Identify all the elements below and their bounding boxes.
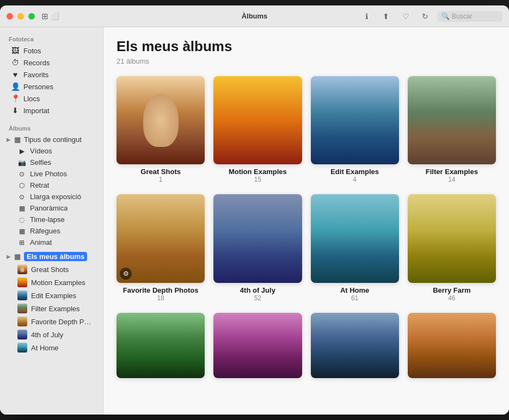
album-thumb-4th: [213, 194, 302, 282]
album-count-berry: 46: [448, 294, 455, 302]
sidebar: Fototeca 🖼 Fotos ⏱ Records ♥ Favorits 👤 …: [0, 27, 103, 415]
sidebar-item-4th-july[interactable]: 4th of July: [2, 328, 101, 341]
panorama-icon: ▦: [17, 205, 26, 212]
sidebar-item-panoramica[interactable]: ▦ Panoràmica: [2, 202, 101, 214]
sidebar-item-selfies[interactable]: 📷 Selfies: [2, 157, 101, 168]
chevron-icon: ▶: [7, 137, 11, 143]
photos-icon: 🖼: [11, 46, 20, 55]
album-card-athome[interactable]: At Home 61: [311, 194, 399, 301]
album-card-berry[interactable]: Berry Farm 46: [408, 194, 496, 301]
sidebar-filter-label: Filter Examples: [31, 305, 80, 313]
search-placeholder: Buscar: [452, 13, 472, 20]
album-card-edit[interactable]: Edit Examples 4: [311, 76, 399, 183]
window-controls-icon[interactable]: ⬜: [51, 12, 59, 20]
album-thumb-motion: [213, 76, 302, 164]
album-cover-athome: [311, 194, 399, 282]
album-thumb-berry: [408, 194, 496, 282]
content-type-icon: ▦: [13, 135, 22, 144]
album-cover-edit: [311, 76, 399, 164]
sidebar-at-home-label: At Home: [31, 344, 59, 352]
album-name-motion: Motion Examples: [229, 168, 287, 176]
my-albums-icon: ▦: [13, 252, 22, 261]
motion-thumbnail: [17, 277, 27, 287]
sidebar-item-persones[interactable]: 👤 Persones: [2, 81, 101, 92]
timelapse-icon: ◌: [17, 216, 26, 224]
long-exposure-icon: ⊙: [17, 193, 26, 201]
sidebar-item-records-label: Records: [23, 59, 50, 67]
album-card-great-shots[interactable]: Great Shots 1: [116, 76, 205, 183]
page-title: Els meus àlbums: [116, 38, 496, 55]
sidebar-item-importat[interactable]: ⬇ Importat: [2, 104, 101, 116]
great-shots-thumbnail: [17, 264, 27, 274]
favorite-button[interactable]: ♡: [398, 9, 413, 24]
album-card-filter[interactable]: Filter Examples 14: [408, 76, 496, 183]
sidebar-item-favorits[interactable]: ♥ Favorits: [2, 69, 101, 81]
album-count: 21 àlbums: [116, 57, 496, 65]
album-count-great-shots: 1: [159, 176, 163, 183]
album-name-4th: 4th of July: [240, 286, 275, 294]
sidebar-item-llarga[interactable]: ⊙ Llarga exposició: [2, 191, 101, 202]
sidebar-great-shots-label: Great Shots: [31, 265, 69, 274]
minimize-button[interactable]: [17, 13, 24, 20]
at-home-thumbnail: [17, 343, 27, 353]
sidebar-depth-label: Favorite Depth Pho…: [31, 318, 94, 326]
sidebar-item-persones-label: Persones: [23, 83, 53, 91]
sidebar-4th-label: 4th of July: [31, 331, 63, 339]
album-cover-row3c: [311, 313, 399, 378]
album-card-motion[interactable]: Motion Examples 15: [213, 76, 302, 183]
album-name-great-shots: Great Shots: [140, 168, 181, 176]
search-box[interactable]: 🔍 Buscar: [437, 11, 502, 22]
sidebar-item-records[interactable]: ⏱ Records: [2, 57, 101, 69]
album-card-4th[interactable]: 4th of July 52: [213, 194, 302, 301]
album-thumb-filter: [408, 76, 496, 164]
album-card-row3d[interactable]: [408, 313, 496, 381]
traffic-lights: [7, 13, 35, 20]
library-section-label: Fototeca: [0, 32, 103, 45]
album-count-motion: 15: [254, 176, 261, 183]
burst-icon: ▦: [17, 227, 26, 235]
my-albums-group[interactable]: ▶ ▦ Els meus àlbums: [2, 250, 101, 263]
share-button[interactable]: ⬆: [378, 9, 394, 24]
album-card-row3b[interactable]: [213, 313, 302, 381]
album-card-row3c[interactable]: [311, 313, 399, 381]
people-icon: 👤: [11, 82, 20, 91]
rotate-button[interactable]: ↻: [418, 9, 433, 24]
sidebar-item-rafegues-label: Ràfegues: [30, 227, 60, 235]
album-card-row3a[interactable]: [116, 313, 205, 381]
sidebar-item-livephotos[interactable]: ⊙ Live Photos: [2, 168, 101, 180]
sidebar-item-great-shots[interactable]: Great Shots: [2, 263, 101, 276]
sidebar-item-retrat[interactable]: ⬡ Retrat: [2, 180, 101, 191]
sidebar-item-videos-label: Vídeos: [30, 147, 52, 155]
sidebar-item-rafegues[interactable]: ▦ Ràfegues: [2, 225, 101, 237]
sidebar-item-fotos[interactable]: 🖼 Fotos: [2, 45, 101, 57]
sidebar-item-filter-examples[interactable]: Filter Examples: [2, 302, 101, 315]
sidebar-item-fotos-label: Fotos: [23, 47, 41, 55]
info-button[interactable]: ℹ: [359, 9, 374, 24]
sidebar-item-at-home[interactable]: At Home: [2, 341, 101, 354]
sidebar-item-llocs[interactable]: 📍 Llocs: [2, 92, 101, 104]
sidebar-item-videos[interactable]: ▶ Vídeos: [2, 145, 101, 157]
sidebar-item-retrat-label: Retrat: [30, 181, 49, 189]
portrait-icon: ⬡: [17, 182, 26, 189]
sidebar-motion-label: Motion Examples: [31, 279, 85, 287]
titlebar-controls: ℹ ⬆ ♡ ↻ 🔍 Buscar: [359, 9, 502, 24]
titlebar: ⊞ ⬜ Àlbums ℹ ⬆ ♡ ↻ 🔍 Buscar: [0, 5, 509, 27]
sidebar-item-favorite-depth[interactable]: Favorite Depth Pho…: [2, 315, 101, 328]
sidebar-item-edit-examples[interactable]: Edit Examples: [2, 289, 101, 302]
window-body: Fototeca 🖼 Fotos ⏱ Records ♥ Favorits 👤 …: [0, 27, 509, 415]
maximize-button[interactable]: [28, 13, 35, 20]
album-card-depth[interactable]: ⚙ Favorite Depth Photos 18: [116, 194, 205, 301]
memories-icon: ⏱: [11, 58, 20, 67]
sidebar-item-timelapse[interactable]: ◌ Time-lapse: [2, 214, 101, 225]
sidebar-item-animat[interactable]: ⊞ Animat: [2, 237, 101, 248]
album-cover-filter: [408, 76, 496, 164]
album-name-berry: Berry Farm: [433, 286, 470, 294]
sidebar-item-motion-examples[interactable]: Motion Examples: [2, 276, 101, 289]
content-type-group[interactable]: ▶ ▦ Tipus de contingut: [2, 134, 101, 145]
depth-thumbnail: [17, 317, 27, 326]
close-button[interactable]: [7, 13, 13, 20]
album-cover-row3d: [408, 313, 496, 378]
sidebar-toggle-icon[interactable]: ⊞: [41, 11, 48, 21]
album-thumb-row3a: [116, 313, 205, 378]
sidebar-item-timelapse-label: Time-lapse: [30, 215, 65, 224]
